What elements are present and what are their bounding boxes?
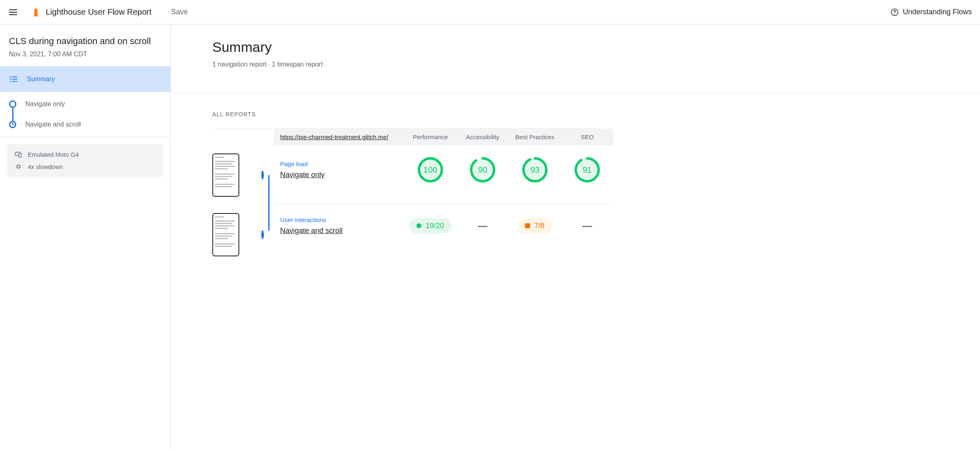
sidebar-item-summary[interactable]: Summary bbox=[0, 67, 170, 92]
score-not-applicable: — bbox=[478, 220, 488, 231]
flow-name: CLS during navigation and on scroll bbox=[9, 36, 161, 47]
help-icon bbox=[891, 8, 899, 16]
report-table: https://pie-charmed-treatment.glitch.me/… bbox=[212, 129, 980, 265]
main-content: Summary 1 navigation report · 1 timespan… bbox=[171, 24, 980, 449]
step-title-link[interactable]: Navigate and scroll bbox=[280, 227, 404, 235]
table-header: https://pie-charmed-treatment.glitch.me/… bbox=[274, 129, 613, 145]
throttle-setting: 4x slowdown bbox=[15, 163, 156, 170]
svg-point-3 bbox=[10, 76, 11, 78]
svg-rect-0 bbox=[33, 16, 38, 16]
table-header-seo: SEO bbox=[561, 133, 613, 140]
topbar: Lighthouse User Flow Report Save Underst… bbox=[0, 0, 980, 24]
svg-rect-10 bbox=[19, 153, 22, 157]
sidebar-step-list: Navigate only Navigate and scroll bbox=[0, 92, 170, 137]
score-gauge-accessibility[interactable]: 90 bbox=[470, 157, 496, 183]
average-square-icon bbox=[525, 223, 530, 228]
flow-date: Nov 3, 2021, 7:00 AM CDT bbox=[9, 51, 161, 58]
navigation-marker-icon bbox=[261, 171, 264, 180]
score-gauge-performance[interactable]: 100 bbox=[417, 157, 443, 183]
throttle-label: 4x slowdown bbox=[28, 163, 63, 170]
timespan-marker-icon bbox=[9, 121, 16, 128]
svg-rect-11 bbox=[17, 165, 20, 168]
navigation-marker-icon bbox=[9, 100, 16, 108]
sidebar-step-label: Navigate and scroll bbox=[25, 121, 81, 128]
sidebar-step-label: Navigate only bbox=[25, 100, 65, 108]
step-name-cell: User interactions Navigate and scroll bbox=[274, 216, 404, 235]
summary-title: Summary bbox=[212, 39, 980, 55]
screenshot-thumbnail bbox=[212, 153, 239, 197]
svg-rect-6 bbox=[12, 77, 17, 78]
all-reports-heading: ALL REPORTS bbox=[171, 111, 980, 118]
summary-subtitle: 1 navigation report · 1 timespan report bbox=[212, 61, 980, 68]
step-type-label: Page load bbox=[280, 160, 404, 167]
divider bbox=[171, 93, 980, 93]
row-thumbnail-cell bbox=[212, 145, 274, 205]
sidebar-header: CLS during navigation and on scroll Nov … bbox=[0, 24, 170, 67]
step-name-cell: Page load Navigate only bbox=[274, 160, 404, 179]
sidebar-step-navigate-scroll[interactable]: Navigate and scroll bbox=[9, 121, 161, 128]
pass-dot-icon bbox=[416, 223, 421, 228]
settings-panel: Emulated Moto G4 4x slowdown bbox=[7, 144, 163, 177]
device-setting: Emulated Moto G4 bbox=[15, 151, 156, 158]
score-fraction-best-practices[interactable]: 7/8 bbox=[518, 218, 552, 233]
table-row: User interactions Navigate and scroll 19… bbox=[274, 205, 613, 265]
svg-rect-8 bbox=[12, 81, 17, 82]
app-title: Lighthouse User Flow Report bbox=[46, 7, 151, 17]
score-fraction-performance[interactable]: 19/20 bbox=[409, 218, 451, 233]
sidebar-step-navigate-only[interactable]: Navigate only bbox=[9, 100, 161, 108]
timespan-marker-icon bbox=[261, 230, 264, 239]
table-row: Page load Navigate only 100 90 93 91 bbox=[274, 145, 613, 205]
score-gauge-seo[interactable]: 91 bbox=[574, 157, 600, 183]
help-label: Understanding Flows bbox=[903, 8, 972, 16]
svg-point-2 bbox=[894, 13, 895, 14]
step-title-link[interactable]: Navigate only bbox=[280, 171, 404, 179]
device-label: Emulated Moto G4 bbox=[28, 151, 79, 158]
help-link[interactable]: Understanding Flows bbox=[891, 8, 972, 16]
svg-point-5 bbox=[10, 81, 11, 82]
table-header-performance: Performance bbox=[404, 133, 457, 140]
screenshot-thumbnail bbox=[212, 213, 239, 256]
sidebar-summary-label: Summary bbox=[27, 76, 55, 83]
save-button[interactable]: Save bbox=[171, 8, 188, 16]
sidebar: CLS during navigation and on scroll Nov … bbox=[0, 24, 171, 449]
step-type-label: User interactions bbox=[280, 216, 404, 223]
score-not-applicable: — bbox=[582, 220, 592, 231]
summary-header: Summary 1 navigation report · 1 timespan… bbox=[171, 39, 980, 68]
score-gauge-best-practices[interactable]: 93 bbox=[522, 157, 548, 183]
svg-rect-7 bbox=[12, 79, 17, 80]
hamburger-menu-icon[interactable] bbox=[8, 7, 18, 17]
table-header-best-practices: Best Practices bbox=[509, 133, 561, 140]
table-header-url[interactable]: https://pie-charmed-treatment.glitch.me/ bbox=[274, 133, 404, 140]
list-icon bbox=[9, 75, 18, 84]
row-thumbnail-cell bbox=[212, 205, 274, 265]
table-header-accessibility: Accessibility bbox=[457, 133, 509, 140]
svg-point-4 bbox=[10, 79, 11, 80]
lighthouse-logo-icon bbox=[31, 7, 41, 17]
